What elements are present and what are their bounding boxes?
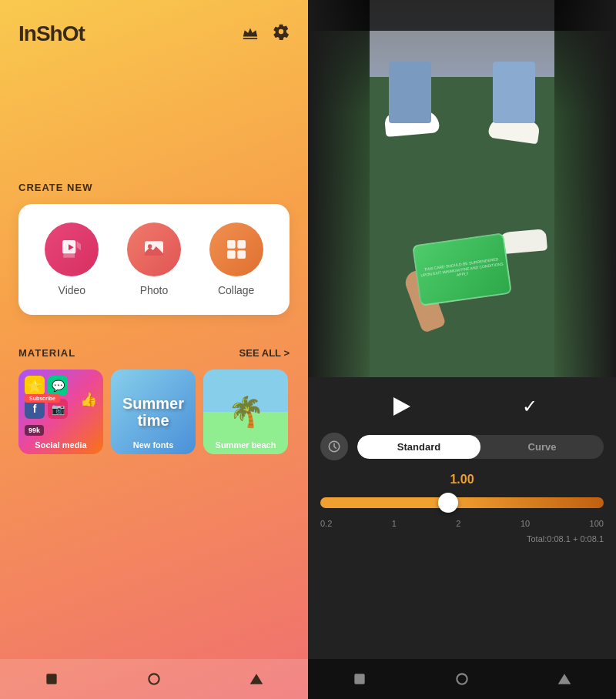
crown-icon[interactable] <box>242 23 259 45</box>
slider-mark-1: 0.2 <box>320 519 332 528</box>
create-new-label: CREATE NEW <box>18 182 290 193</box>
blur-right <box>554 0 616 377</box>
nav-circle-icon[interactable] <box>145 670 163 688</box>
speed-toggle-row: Standard Curve <box>320 430 604 470</box>
standard-toggle[interactable]: Standard <box>357 435 480 459</box>
header-icons <box>242 23 290 45</box>
create-video-item[interactable]: Video <box>45 222 99 296</box>
controls-panel: ✓ Standard Curve 1.00 0.2 1 2 1 <box>308 377 616 659</box>
speed-slider-container <box>320 491 604 514</box>
material-label: MATERIAL <box>18 347 75 359</box>
green-card-text: THIS CARD SHOULD BE SURRENDERED UPON EXI… <box>417 253 508 286</box>
svg-rect-13 <box>354 674 364 684</box>
svg-rect-8 <box>237 250 246 259</box>
right-nav-circle-icon[interactable] <box>453 670 471 688</box>
material-grid: ⭐ 💬 f 📷 Subscribe 99k 👍 Social media Sum… <box>18 370 290 454</box>
blur-left <box>308 0 370 377</box>
svg-point-10 <box>149 674 159 684</box>
beach-emoji: 🌴 <box>228 395 264 429</box>
app-logo: InShOt <box>18 22 85 46</box>
material-header: MATERIAL SEE ALL > <box>18 347 290 359</box>
speed-value: 1.00 <box>320 470 604 491</box>
slider-mark-3: 2 <box>456 519 460 528</box>
material-section: MATERIAL SEE ALL > ⭐ 💬 f 📷 Subscribe 99k… <box>0 332 308 463</box>
video-label: Video <box>59 284 86 296</box>
social-media-card[interactable]: ⭐ 💬 f 📷 Subscribe 99k 👍 Social media <box>18 370 103 454</box>
svg-point-14 <box>457 674 467 684</box>
summer-text: Summertime <box>122 395 184 429</box>
nav-triangle-icon[interactable] <box>247 670 266 688</box>
slider-mark-4: 10 <box>521 519 530 528</box>
summer-beach-label: Summer beach <box>203 440 288 450</box>
create-photo-item[interactable]: Photo <box>127 222 181 296</box>
svg-marker-15 <box>558 674 571 684</box>
summer-beach-card[interactable]: 🌴 Summer beach <box>203 370 288 454</box>
photo-label: Photo <box>140 284 169 296</box>
speed-mode-toggle: Standard Curve <box>357 435 604 459</box>
see-all-button[interactable]: SEE ALL > <box>239 347 290 359</box>
svg-rect-9 <box>46 674 56 684</box>
slider-mark-2: 1 <box>392 519 397 528</box>
left-panel: InShOt CREATE NEW <box>0 0 308 699</box>
feet-area: THIS CARD SHOULD BE SURRENDERED UPON EXI… <box>370 0 554 377</box>
new-fonts-card[interactable]: Summertime New fonts <box>111 370 196 454</box>
confirm-button[interactable]: ✓ <box>522 396 537 417</box>
curve-toggle[interactable]: Curve <box>480 435 604 459</box>
slider-labels: 0.2 1 2 10 100 <box>320 514 604 533</box>
photo-icon-circle <box>127 222 181 276</box>
subscribe-badge: Subscribe <box>25 394 60 403</box>
slider-mark-5: 100 <box>590 519 604 528</box>
video-background: THIS CARD SHOULD BE SURRENDERED UPON EXI… <box>308 0 616 377</box>
new-fonts-label: New fonts <box>111 440 196 450</box>
left-nav-bar <box>0 659 308 699</box>
speed-slider-track[interactable] <box>320 497 604 508</box>
svg-rect-5 <box>227 240 236 249</box>
social-media-label: Social media <box>18 440 103 450</box>
header: InShOt <box>0 0 308 59</box>
collage-icon-circle <box>209 222 263 276</box>
collage-label: Collage <box>218 284 254 296</box>
video-icon-circle <box>45 222 99 276</box>
create-new-section: CREATE NEW Video <box>0 166 308 324</box>
speed-icon[interactable] <box>320 433 348 460</box>
video-preview: THIS CARD SHOULD BE SURRENDERED UPON EXI… <box>308 0 616 377</box>
right-nav-bar <box>308 659 616 699</box>
right-nav-triangle-icon[interactable] <box>555 670 574 688</box>
play-triangle-icon <box>393 397 410 416</box>
nav-square-icon[interactable] <box>42 670 61 688</box>
ninety-nine-badge: 99k <box>25 425 44 436</box>
svg-marker-11 <box>250 674 263 684</box>
play-button[interactable] <box>387 393 414 420</box>
svg-rect-6 <box>237 240 246 249</box>
total-info: Total:0:08.1 + 0:08.1 <box>320 533 604 550</box>
settings-icon[interactable] <box>273 23 290 45</box>
right-nav-square-icon[interactable] <box>350 670 369 688</box>
green-card: THIS CARD SHOULD BE SURRENDERED UPON EXI… <box>412 232 512 306</box>
speed-slider-thumb[interactable] <box>438 493 458 513</box>
create-collage-item[interactable]: Collage <box>209 222 263 296</box>
playback-controls: ✓ <box>320 386 604 430</box>
svg-rect-7 <box>227 250 236 259</box>
create-new-card: Video Photo <box>18 204 290 315</box>
right-panel: THIS CARD SHOULD BE SURRENDERED UPON EXI… <box>308 0 616 699</box>
